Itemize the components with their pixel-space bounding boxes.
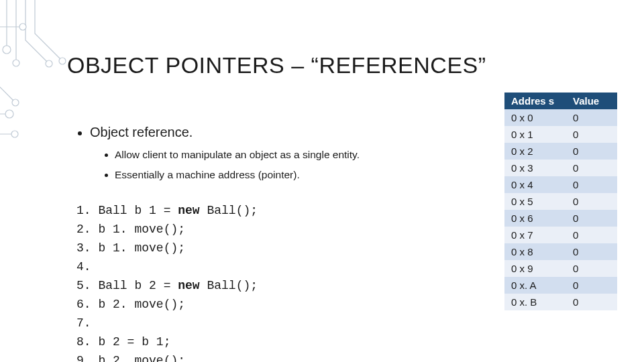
code-line: 1. Ball b 1 = new Ball(); — [76, 201, 258, 220]
svg-point-2 — [46, 60, 52, 67]
code-line: 9. b 2. move(); — [76, 351, 258, 362]
bullet-sub-1-text: Allow client to manipulate an object as … — [115, 149, 360, 160]
bullet-main: Object reference. — [78, 125, 453, 140]
cell-value: 0 — [566, 193, 617, 210]
table-row: 0 x 20 — [504, 143, 617, 160]
header-address: Addres s — [504, 93, 566, 109]
table-row: 0 x 50 — [504, 193, 617, 210]
cell-address: 0 x. B — [504, 294, 566, 310]
table-row: 0 x 00 — [504, 109, 617, 126]
code-line: 5. Ball b 2 = new Ball(); — [76, 276, 258, 295]
cell-address: 0 x 9 — [504, 260, 566, 277]
cell-address: 0 x 4 — [504, 176, 566, 193]
svg-point-3 — [59, 58, 66, 64]
cell-value: 0 — [566, 109, 617, 126]
cell-value: 0 — [566, 277, 617, 294]
table-row: 0 x 70 — [504, 227, 617, 243]
bullet-sub-1: Allow client to manipulate an object as … — [105, 149, 360, 161]
svg-point-0 — [3, 46, 11, 54]
table-header-row: Addres s Value — [504, 93, 617, 109]
cell-value: 0 — [566, 143, 617, 160]
cell-value: 0 — [566, 294, 617, 310]
cell-address: 0 x 8 — [504, 243, 566, 260]
svg-point-7 — [11, 131, 18, 137]
cell-value: 0 — [566, 260, 617, 277]
cell-address: 0 x 5 — [504, 193, 566, 210]
page-title: OBJECT POINTERS – “REFERENCES” — [67, 52, 486, 78]
cell-value: 0 — [566, 126, 617, 143]
cell-address: 0 x 0 — [504, 109, 566, 126]
code-line: 8. b 2 = b 1; — [76, 333, 258, 351]
cell-address: 0 x 3 — [504, 160, 566, 176]
table-row: 0 x 10 — [504, 126, 617, 143]
cell-address: 0 x 2 — [504, 143, 566, 160]
code-line: 3. b 1. move(); — [76, 239, 258, 257]
svg-point-6 — [5, 110, 13, 118]
bullet-sub-2-text: Essentially a machine address (pointer). — [115, 169, 300, 180]
cell-value: 0 — [566, 227, 617, 243]
bullet-main-text: Object reference. — [90, 125, 193, 139]
header-value: Value — [566, 93, 617, 109]
code-line: 4. — [76, 257, 258, 276]
svg-point-5 — [12, 99, 19, 106]
cell-value: 0 — [566, 160, 617, 176]
memory-table: Addres s Value 0 x 00 0 x 10 0 x 20 0 x … — [504, 93, 617, 310]
cell-value: 0 — [566, 243, 617, 260]
cell-address: 0 x 6 — [504, 210, 566, 227]
cell-value: 0 — [566, 176, 617, 193]
code-line: 6. b 2. move(); — [76, 295, 258, 314]
table-row: 0 x. A0 — [504, 277, 617, 294]
table-row: 0 x 30 — [504, 160, 617, 176]
table-row: 0 x. B0 — [504, 294, 617, 310]
cell-address: 0 x 1 — [504, 126, 566, 143]
cell-address: 0 x. A — [504, 277, 566, 294]
table-row: 0 x 90 — [504, 260, 617, 277]
cell-address: 0 x 7 — [504, 227, 566, 243]
bullet-sub-2: Essentially a machine address (pointer). — [105, 169, 300, 181]
code-line: 7. — [76, 314, 258, 333]
svg-point-1 — [13, 60, 19, 66]
table-row: 0 x 80 — [504, 243, 617, 260]
table-row: 0 x 40 — [504, 176, 617, 193]
code-block: 1. Ball b 1 = new Ball(); 2. b 1. move()… — [76, 201, 258, 362]
code-line: 2. b 1. move(); — [76, 220, 258, 239]
cell-value: 0 — [566, 210, 617, 227]
svg-point-4 — [19, 23, 26, 30]
table-row: 0 x 60 — [504, 210, 617, 227]
